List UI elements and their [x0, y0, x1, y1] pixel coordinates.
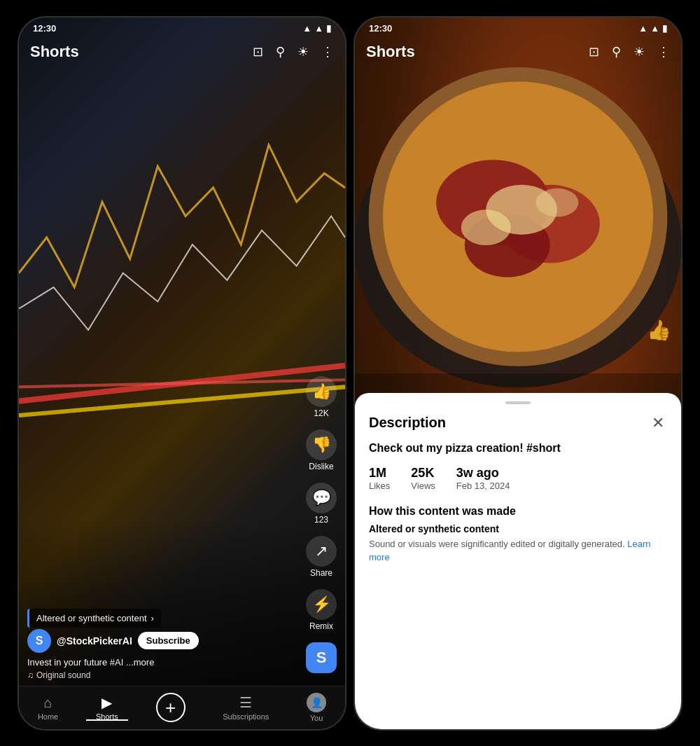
- channel-avatar-action[interactable]: S: [306, 642, 337, 673]
- comments-button[interactable]: 💬 123: [306, 483, 337, 525]
- likes-stat: 1M Likes: [369, 466, 390, 491]
- time-value: 3w ago: [456, 466, 510, 481]
- page-title-right: Shorts: [366, 43, 589, 61]
- home-label: Home: [38, 712, 58, 721]
- views-stat: 25K Views: [411, 466, 435, 491]
- content-type-desc-text: Sound or visuals were significantly edit…: [369, 539, 625, 549]
- right-phone: 12:30 ▲ ▲ ▮ Shorts ⊡ ⚲ ☀ ⋮ 👍 Description…: [354, 16, 682, 731]
- views-value: 25K: [411, 466, 435, 481]
- you-avatar: 👤: [307, 693, 326, 712]
- views-label: Views: [411, 481, 435, 491]
- like-count: 12K: [314, 408, 328, 418]
- search-icon[interactable]: ⚲: [276, 44, 285, 60]
- camera-icon[interactable]: ☀: [298, 44, 309, 60]
- subscribe-button[interactable]: Subscribe: [138, 632, 199, 649]
- comments-count: 123: [314, 515, 328, 525]
- channel-avatar: S: [27, 629, 51, 653]
- page-title-left: Shorts: [30, 43, 253, 61]
- nav-shorts[interactable]: ▶ Shorts: [96, 694, 118, 721]
- content-type-label: Altered or synthetic content: [369, 523, 667, 534]
- description-sheet: Description ✕ Check out my pizza creatio…: [355, 393, 681, 729]
- video-description: Invest in your future #AI ...more: [27, 657, 303, 668]
- top-bar-left: Shorts ⊡ ⚲ ☀ ⋮: [19, 18, 345, 67]
- how-made-title: How this content was made: [369, 505, 667, 518]
- like-button[interactable]: 👍 12K: [306, 376, 337, 418]
- svg-point-11: [536, 188, 578, 216]
- left-phone: 12:30 ▲ ▲ ▮ Shorts ⊡ ⚲ ☀ ⋮ 👍 12K 👎 Disli…: [18, 16, 346, 731]
- nav-subscriptions[interactable]: ☰ Subscriptions: [223, 694, 269, 721]
- altered-content-text: Altered or synthetic content: [36, 613, 147, 623]
- home-icon: ⌂: [44, 695, 52, 711]
- channel-row: S @StockPickerAI Subscribe: [27, 629, 303, 653]
- you-label: You: [310, 714, 323, 722]
- share-icon: ↗: [306, 536, 337, 567]
- likes-label: Likes: [369, 481, 390, 491]
- shorts-icon: ▶: [102, 694, 112, 711]
- bottom-nav-left: ⌂ Home ▶ Shorts + ☰ Subscriptions 👤 You: [19, 686, 345, 729]
- sound-row: ♫ Original sound: [27, 670, 303, 680]
- remix-label: Remix: [309, 621, 333, 631]
- nav-you[interactable]: 👤 You: [307, 693, 326, 722]
- like-icon: 👍: [306, 376, 337, 407]
- remix-button[interactable]: ⚡ Remix: [306, 589, 337, 631]
- svg-line-2: [19, 380, 345, 387]
- sheet-header: Description ✕: [369, 414, 667, 432]
- description-video-title: Check out my pizza creation! #short: [369, 442, 667, 455]
- share-button[interactable]: ↗ Share: [306, 536, 337, 578]
- top-icons-right: ⊡ ⚲ ☀ ⋮: [589, 44, 670, 60]
- camera-icon-right[interactable]: ☀: [634, 44, 645, 60]
- dislike-icon: 👎: [306, 429, 337, 460]
- sheet-handle: [505, 401, 531, 404]
- search-icon-right[interactable]: ⚲: [612, 44, 621, 60]
- time-stat: 3w ago Feb 13, 2024: [456, 466, 510, 491]
- time-date: Feb 13, 2024: [456, 481, 510, 491]
- side-actions: 👍 12K 👎 Dislike 💬 123 ↗ Share ⚡ Remix S: [306, 376, 337, 673]
- add-button[interactable]: +: [156, 693, 186, 722]
- subscriptions-label: Subscriptions: [223, 712, 269, 721]
- nav-home[interactable]: ⌂ Home: [38, 695, 58, 721]
- content-type-desc: Sound or visuals were significantly edit…: [369, 537, 667, 565]
- svg-point-10: [461, 209, 511, 245]
- share-label: Share: [310, 568, 332, 578]
- svg-line-0: [19, 365, 345, 401]
- dislike-label: Dislike: [309, 462, 333, 471]
- chevron-right-icon: ›: [151, 613, 154, 623]
- channel-name: @StockPickerAI: [57, 635, 132, 647]
- dislike-button[interactable]: 👎 Dislike: [306, 429, 337, 471]
- top-bar-right: Shorts ⊡ ⚲ ☀ ⋮: [355, 18, 681, 67]
- sound-label: Original sound: [36, 670, 90, 680]
- close-button[interactable]: ✕: [649, 414, 667, 432]
- cast-icon[interactable]: ⊡: [253, 44, 263, 60]
- more-icon-right[interactable]: ⋮: [657, 44, 670, 60]
- like-icon-right: 👍: [647, 319, 671, 342]
- top-icons-left: ⊡ ⚲ ☀ ⋮: [253, 44, 334, 60]
- music-note-icon: ♫: [27, 670, 34, 680]
- bottom-info: S @StockPickerAI Subscribe Invest in you…: [27, 629, 303, 680]
- subscriptions-icon: ☰: [239, 694, 252, 711]
- altered-content-badge[interactable]: Altered or synthetic content ›: [27, 609, 161, 628]
- nav-underline: [86, 719, 128, 721]
- comments-icon: 💬: [306, 483, 337, 513]
- sheet-title: Description: [369, 415, 446, 431]
- cast-icon-right[interactable]: ⊡: [589, 44, 599, 60]
- remix-icon: ⚡: [306, 589, 337, 620]
- more-icon[interactable]: ⋮: [321, 44, 334, 60]
- likes-value: 1M: [369, 466, 390, 481]
- stats-row: 1M Likes 25K Views 3w ago Feb 13, 2024: [369, 466, 667, 491]
- svg-line-1: [19, 387, 345, 415]
